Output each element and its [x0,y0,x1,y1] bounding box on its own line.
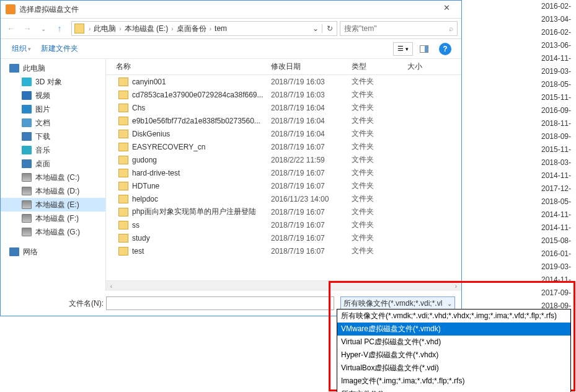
address-bar[interactable]: › 此电脑 › 本地磁盘 (E:) › 桌面备份 › tem ⌄ ↻ [71,21,337,36]
file-row[interactable]: helpdoc2016/11/23 14:00文件夹 [106,192,461,205]
file-row[interactable]: HDTune2018/7/19 16:07文件夹 [106,179,461,192]
sidebar-item[interactable]: 此电脑 [1,61,105,75]
scroll-left-icon[interactable]: ‹ [106,281,117,291]
sidebar-item[interactable]: 文档 [1,116,105,130]
filename-input[interactable] [106,296,334,310]
sidebar-label: 3D 对象 [35,77,62,87]
folder-icon [118,221,128,229]
file-type: 文件夹 [352,233,407,243]
filetype-combo[interactable]: 所有映像文件(*.vmdk;*.vdi;*.vl ⌄ [340,296,455,310]
file-row[interactable]: hard-drive-test2018/7/19 16:07文件夹 [106,166,461,179]
folder-icon [118,156,128,164]
sidebar-label: 下载 [35,131,50,142]
sidebar-item[interactable]: 本地磁盘 (E:) [1,198,105,212]
horizontal-scrollbar[interactable]: ‹ › [106,280,461,291]
file-type: 文件夹 [352,167,407,178]
file-name: test [132,247,271,256]
refresh-button[interactable]: ↻ [322,24,337,33]
forward-button[interactable]: → [20,22,34,35]
file-row[interactable]: Chs2018/7/19 16:04文件夹 [106,101,461,114]
col-header-size[interactable]: 大小 [397,61,441,72]
sidebar-icon [22,146,32,154]
sidebar-item[interactable]: 3D 对象 [1,75,105,89]
dropdown-item[interactable]: Virtual PC虚拟磁盘文件(*.vhd) [337,336,570,349]
file-row[interactable]: php面向对象实现简单的用户注册登陆2018/7/19 16:07文件夹 [106,205,461,218]
view-options-button[interactable]: ☰▾ [393,42,413,56]
sidebar-icon [22,91,32,100]
file-row[interactable]: DiskGenius2018/7/19 16:04文件夹 [106,127,461,140]
file-date: 2018/7/19 16:04 [271,130,352,138]
file-type: 文件夹 [352,141,407,152]
col-header-date[interactable]: 修改日期 [261,61,342,72]
file-name: php面向对象实现简单的用户注册登陆 [132,207,271,217]
file-date: 2018/7/19 16:07 [271,247,352,256]
file-row[interactable]: test2018/7/19 16:07文件夹 [106,244,461,257]
file-row[interactable]: ss2018/7/19 16:07文件夹 [106,218,461,231]
sidebar-item[interactable]: 图片 [1,102,105,116]
sidebar-label: 视频 [35,91,50,101]
dropdown-item[interactable]: Image文件(*.img;*.ima;*.vfd;*.flp;*.rfs) [337,375,570,388]
file-row[interactable]: EASYRECOVERY_cn2018/7/19 16:07文件夹 [106,140,461,153]
back-button[interactable]: ← [4,22,18,35]
new-folder-button[interactable]: 新建文件夹 [36,41,83,56]
sidebar-icon [9,247,19,256]
organize-menu[interactable]: 组织 ▾ [7,41,36,56]
dropdown-item[interactable]: VirtualBox虚拟磁盘文件(*.vdi) [337,362,570,375]
file-name: gudong [132,156,271,164]
file-name: canyin001 [132,78,271,86]
file-date: 2018/2/22 11:59 [271,156,352,164]
file-row[interactable]: gudong2018/2/22 11:59文件夹 [106,153,461,166]
col-header-name[interactable]: 名称 [106,61,261,72]
dropdown-item[interactable]: 所有文件(*.*) [337,388,570,392]
crumb-folder2[interactable]: tem [213,24,228,33]
sidebar: 此电脑3D 对象视频图片文档下载音乐桌面本地磁盘 (C:)本地磁盘 (D:)本地… [1,59,106,291]
dropdown-item[interactable]: Hyper-V虚拟磁盘文件(*.vhdx) [337,349,570,362]
sidebar-item[interactable]: 本地磁盘 (C:) [1,171,105,184]
sidebar-item[interactable]: 本地磁盘 (G:) [1,225,105,239]
window-title: 选择虚拟磁盘文件 [19,4,434,15]
file-name: study [132,234,271,243]
filetype-dropdown[interactable]: 所有映像文件(*.vmdk;*.vdi;*.vhd;*.vhdx;*.img;*… [337,309,571,392]
file-date: 2018/7/19 16:07 [271,208,352,216]
file-date: 2018/7/19 16:07 [271,234,352,243]
titlebar: 选择虚拟磁盘文件 ✕ [1,1,461,18]
sidebar-item[interactable]: 音乐 [1,143,105,157]
crumb-folder1[interactable]: 桌面备份 [175,24,208,34]
crumb-pc[interactable]: 此电脑 [92,24,117,34]
preview-pane-button[interactable] [414,42,434,56]
close-button[interactable]: ✕ [434,3,459,16]
file-name: ss [132,221,271,229]
search-icon: ⌕ [449,24,453,33]
sidebar-item[interactable]: 网络 [1,245,105,259]
file-row[interactable]: cd7853ca1e37900e0729284ca38f669...2018/7… [106,88,461,101]
scroll-right-icon[interactable]: › [451,281,461,291]
sidebar-icon [22,132,32,141]
sidebar-item[interactable]: 本地磁盘 (F:) [1,212,105,225]
search-input[interactable] [344,24,449,33]
sidebar-item[interactable]: 视频 [1,89,105,102]
sidebar-item[interactable]: 桌面 [1,157,105,171]
col-header-type[interactable]: 类型 [342,61,397,72]
file-list[interactable]: canyin0012018/7/19 16:03文件夹cd7853ca1e379… [106,75,461,280]
history-dropdown[interactable]: ⌄ [37,22,50,35]
help-button[interactable]: ? [435,42,455,56]
folder-icon [118,117,128,125]
up-button[interactable]: ↑ [53,22,66,35]
filename-label: 文件名(N): [69,298,104,309]
file-name: cd7853ca1e37900e0729284ca38f669... [132,91,271,99]
search-box[interactable]: ⌕ [340,21,458,36]
file-row[interactable]: study2018/7/19 16:07文件夹 [106,231,461,244]
folder-icon [118,91,128,99]
file-row[interactable]: canyin0012018/7/19 16:03文件夹 [106,75,461,88]
sidebar-item[interactable]: 下载 [1,130,105,143]
file-type: 文件夹 [352,76,407,87]
address-dropdown-icon[interactable]: ⌄ [309,24,322,33]
file-row[interactable]: e9b10e56fbf77d2a1e838f5b0273560...2018/7… [106,114,461,127]
file-date: 2018/7/19 16:03 [271,91,352,99]
navigation-bar: ← → ⌄ ↑ › 此电脑 › 本地磁盘 (E:) › 桌面备份 › tem ⌄… [1,18,461,39]
crumb-drive[interactable]: 本地磁盘 (E:) [123,24,170,34]
dropdown-item[interactable]: 所有映像文件(*.vmdk;*.vdi;*.vhd;*.vhdx;*.img;*… [337,310,570,323]
dropdown-item[interactable]: VMware虚拟磁盘文件(*.vmdk) [337,323,570,336]
sidebar-item[interactable]: 本地磁盘 (D:) [1,184,105,198]
folder-icon [118,234,128,243]
